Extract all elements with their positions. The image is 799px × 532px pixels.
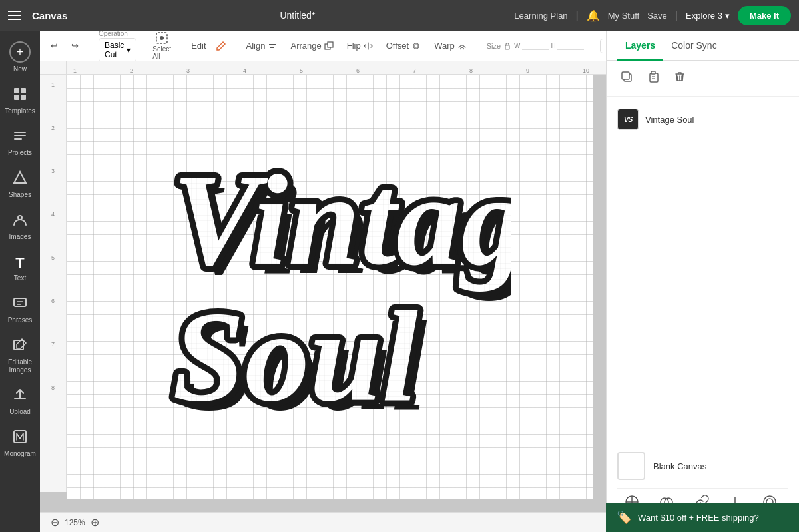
sidebar-label-shapes: Shapes bbox=[9, 191, 31, 199]
layers-list: VS Vintage Soul bbox=[607, 97, 799, 445]
layer-thumbnail: VS bbox=[617, 109, 639, 130]
redo-button[interactable]: ↪ bbox=[67, 38, 83, 53]
tab-layers-label: Layers bbox=[625, 40, 655, 51]
select-all-button[interactable]: Select All bbox=[152, 31, 171, 60]
more-button[interactable]: More ▾ bbox=[600, 39, 606, 53]
edit-icon-btn[interactable] bbox=[216, 37, 226, 55]
operation-select[interactable]: Basic Cut ▾ bbox=[99, 38, 136, 62]
ruler-mark-9: 9 bbox=[526, 67, 583, 74]
warp-icon bbox=[457, 41, 467, 51]
hamburger-menu[interactable] bbox=[8, 11, 21, 20]
make-it-button[interactable]: Make It bbox=[738, 6, 791, 25]
phrases-icon bbox=[13, 296, 27, 314]
warp-button[interactable]: Warp bbox=[430, 38, 471, 53]
main-layout: + New Templates Projects Shapes Images bbox=[0, 31, 799, 532]
redo-icon: ↪ bbox=[71, 41, 79, 51]
pencil-icon bbox=[216, 41, 226, 51]
sidebar-label-phrases: Phrases bbox=[8, 316, 33, 324]
canvas-wrapper[interactable]: 1 2 3 4 5 6 7 8 9 10 1 2 3 4 5 6 bbox=[40, 61, 606, 512]
sidebar-item-projects[interactable]: Projects bbox=[2, 123, 38, 162]
promo-banner[interactable]: 🏷️ Want $10 off + FREE shipping? bbox=[606, 503, 799, 532]
bell-icon[interactable]: 🔔 bbox=[587, 9, 600, 22]
tab-color-sync[interactable]: Color Sync bbox=[663, 31, 724, 61]
zoom-out-button[interactable]: ⊖ bbox=[51, 516, 59, 529]
sidebar-label-editable-images: Editable Images bbox=[6, 358, 34, 374]
height-label: H bbox=[551, 42, 556, 49]
layer-item-vintage-soul[interactable]: VS Vintage Soul bbox=[607, 103, 799, 135]
edit-button[interactable]: Edit bbox=[187, 38, 210, 53]
align-icon bbox=[268, 41, 277, 51]
flip-icon bbox=[364, 41, 373, 51]
nav-right-section: Learning Plan | 🔔 My Stuff Save | Explor… bbox=[514, 6, 791, 25]
sidebar-label-templates: Templates bbox=[5, 107, 35, 115]
flip-button[interactable]: Flip bbox=[343, 38, 377, 53]
zoom-in-button[interactable]: ⊕ bbox=[91, 516, 99, 529]
operation-group: Operation Basic Cut ▾ bbox=[99, 31, 136, 62]
ruler-left-mark-8: 8 bbox=[51, 384, 55, 427]
new-icon: + bbox=[9, 41, 31, 63]
offset-label: Offset bbox=[386, 41, 409, 51]
ruler-left-mark-4: 4 bbox=[51, 211, 55, 254]
ruler-left-mark-1: 1 bbox=[51, 81, 55, 125]
svg-marker-4 bbox=[14, 172, 26, 183]
images-icon bbox=[13, 212, 27, 230]
height-input-group: H bbox=[551, 41, 584, 50]
width-input[interactable] bbox=[522, 41, 549, 50]
sidebar-label-images: Images bbox=[9, 233, 31, 241]
svg-point-15 bbox=[413, 43, 419, 49]
tab-layers[interactable]: Layers bbox=[617, 31, 663, 61]
my-stuff-link[interactable]: My Stuff bbox=[608, 11, 639, 21]
sidebar-item-text[interactable]: T Text bbox=[2, 249, 38, 288]
panel-delete-button[interactable] bbox=[670, 67, 689, 89]
offset-icon bbox=[411, 41, 421, 51]
sidebar-item-phrases[interactable]: Phrases bbox=[2, 290, 38, 330]
blank-canvas-row[interactable]: Blank Canvas bbox=[617, 452, 788, 480]
blank-canvas-thumbnail bbox=[617, 452, 645, 480]
templates-icon bbox=[13, 87, 27, 105]
sidebar-label-text: Text bbox=[14, 274, 26, 282]
sidebar-item-upload[interactable]: Upload bbox=[2, 382, 38, 421]
offset-button[interactable]: Offset bbox=[382, 38, 425, 53]
document-title[interactable]: Untitled* bbox=[87, 10, 507, 21]
operation-value: Basic Cut bbox=[105, 41, 124, 59]
learning-plan-link[interactable]: Learning Plan bbox=[514, 11, 567, 21]
editable-images-icon bbox=[13, 338, 27, 356]
save-link[interactable]: Save bbox=[647, 11, 667, 21]
undo-button[interactable]: ↩ bbox=[47, 38, 62, 53]
panel-paste-button[interactable] bbox=[644, 67, 663, 89]
edit-label: Edit bbox=[191, 41, 206, 51]
panel-tabs: Layers Color Sync bbox=[607, 31, 799, 61]
sidebar-item-new[interactable]: + New bbox=[2, 36, 38, 79]
svg-rect-14 bbox=[328, 42, 333, 47]
canvas-grid[interactable]: Vintage Soul Vintage Soul Vintage Soul bbox=[67, 75, 593, 499]
lock-icon bbox=[503, 42, 511, 50]
top-navigation: Canvas Untitled* Learning Plan | 🔔 My St… bbox=[0, 0, 799, 31]
sidebar-item-templates[interactable]: Templates bbox=[2, 81, 38, 121]
ruler-mark-7: 7 bbox=[413, 67, 469, 74]
projects-icon bbox=[13, 129, 27, 146]
sidebar-item-monogram[interactable]: Monogram bbox=[2, 424, 38, 463]
explore-button[interactable]: Explore 3 ▾ bbox=[686, 11, 730, 21]
promo-text: Want $10 off + FREE shipping? bbox=[638, 513, 759, 523]
sidebar-label-upload: Upload bbox=[9, 408, 31, 416]
sidebar-item-images[interactable]: Images bbox=[2, 207, 38, 246]
sidebar-item-shapes[interactable]: Shapes bbox=[2, 165, 38, 204]
svg-rect-17 bbox=[505, 45, 509, 49]
ruler-left-mark-6: 6 bbox=[51, 298, 55, 341]
zoom-in-icon: ⊕ bbox=[91, 517, 99, 528]
align-button[interactable]: Align bbox=[242, 38, 282, 53]
select-all-label: Select All bbox=[152, 45, 171, 60]
explore-label: Explore 3 bbox=[686, 11, 722, 21]
ruler-mark-10: 10 bbox=[583, 67, 606, 74]
warp-label: Warp bbox=[434, 41, 455, 51]
sidebar-label-new: New bbox=[13, 65, 27, 73]
tab-color-sync-label: Color Sync bbox=[671, 40, 716, 51]
ruler-mark-4: 4 bbox=[243, 67, 300, 74]
svg-rect-1 bbox=[21, 88, 26, 93]
sidebar-item-editable-images[interactable]: Editable Images bbox=[2, 332, 38, 380]
panel-copy-button[interactable] bbox=[617, 67, 636, 89]
height-input[interactable] bbox=[557, 41, 584, 50]
arrange-button[interactable]: Arrange bbox=[286, 38, 337, 53]
monogram-icon bbox=[13, 429, 27, 447]
svg-rect-28 bbox=[622, 72, 629, 79]
